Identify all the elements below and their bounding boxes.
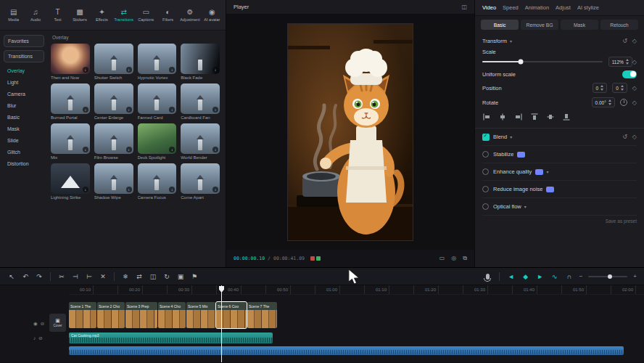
add-keyframe-icon[interactable]: ◆ — [521, 272, 530, 281]
transition-thumbnail[interactable] — [181, 44, 220, 74]
transition-thumbnail[interactable] — [138, 83, 177, 114]
keyframe-icon[interactable]: ◇ — [632, 85, 637, 91]
transition-card[interactable]: Then and Now — [51, 44, 90, 80]
reset-icon[interactable]: ↺ — [622, 134, 627, 140]
music-track-clip[interactable] — [69, 346, 624, 355]
transition-thumbnail[interactable] — [138, 163, 177, 194]
download-icon[interactable] — [212, 67, 218, 73]
freeze-frame-icon[interactable]: ❄ — [121, 272, 130, 281]
transition-card[interactable]: Center Enlarge — [94, 83, 133, 120]
stepper-arrows-icon[interactable] — [621, 85, 624, 91]
clip-filmstrip[interactable] — [69, 310, 96, 328]
sidebar-item-overlay[interactable]: Overlay — [4, 65, 44, 76]
voiceover-mic-icon[interactable] — [486, 274, 490, 280]
download-icon[interactable] — [126, 147, 132, 152]
reduce-noise-toggle-icon[interactable] — [482, 186, 489, 192]
blend-checkbox[interactable] — [482, 134, 490, 141]
transition-card[interactable]: Come Apart — [181, 163, 220, 200]
crop-icon[interactable]: ▣ — [176, 272, 185, 281]
transition-thumbnail[interactable] — [51, 163, 90, 194]
video-preview[interactable] — [288, 24, 413, 240]
track-lock-icon[interactable]: ⊘ — [38, 335, 42, 341]
undo-icon[interactable]: ↶ — [21, 272, 30, 281]
optical-flow-row[interactable]: Optical flow ▾ — [482, 198, 637, 216]
transition-thumbnail[interactable] — [94, 44, 133, 74]
slider-knob[interactable] — [519, 60, 524, 65]
transition-card[interactable]: World Bender — [181, 123, 220, 160]
cover-button[interactable]: ▣ Cover — [49, 314, 66, 332]
keyframe-icon[interactable]: ◇ — [632, 134, 637, 140]
snap-magnet-icon[interactable]: ∩ — [565, 272, 574, 281]
align-right-icon[interactable] — [514, 113, 523, 121]
chevron-down-icon[interactable]: ▾ — [524, 204, 527, 209]
transition-card[interactable]: Cardboard Fan — [181, 83, 220, 120]
download-icon[interactable] — [83, 187, 88, 192]
reduce-noise-row[interactable]: Reduce image noise — [482, 181, 637, 198]
timeline-ruler[interactable]: 00:10 00:20 00:30 00:40 00:50 01:00 01:1… — [69, 285, 644, 295]
download-icon[interactable] — [212, 107, 218, 113]
split-icon[interactable]: ✂ — [57, 272, 66, 281]
rotate-clip-icon[interactable]: ↻ — [162, 272, 171, 281]
download-icon[interactable] — [126, 67, 132, 73]
toolbar-text[interactable]: TText — [47, 9, 68, 22]
player-stage[interactable] — [226, 15, 474, 250]
sidebar-item-distortion[interactable]: Distortion — [4, 158, 44, 169]
delete-left-icon[interactable]: ⊣ — [71, 272, 80, 281]
panel-layout-icon[interactable]: ◫ — [461, 4, 467, 10]
toolbar-filters[interactable]: ◐Filters — [157, 9, 178, 22]
tab-speed[interactable]: Speed — [503, 4, 519, 11]
aspect-ratio-icon[interactable]: ▭ — [439, 255, 445, 262]
enhance-quality-toggle-icon[interactable] — [482, 168, 489, 175]
position-y-stepper[interactable]: 0 — [612, 83, 627, 93]
sidebar-item-favorites[interactable]: Favorites — [4, 35, 44, 47]
position-x-stepper[interactable]: 0 — [593, 83, 608, 93]
download-icon[interactable] — [169, 187, 175, 192]
align-top-icon[interactable] — [530, 113, 539, 121]
transition-thumbnail[interactable] — [181, 83, 220, 114]
transition-thumbnail[interactable] — [138, 123, 177, 154]
clip-filmstrip[interactable] — [186, 310, 215, 328]
toolbar-adjustment[interactable]: ⚙Adjustment — [179, 9, 200, 22]
timeline-clip[interactable]: Scene 5 Mix — [186, 302, 215, 328]
stabilize-row[interactable]: Stabilize — [482, 146, 637, 163]
tab-animation[interactable]: Animation — [525, 4, 549, 11]
clip-filmstrip[interactable] — [97, 310, 125, 328]
stabilize-toggle-icon[interactable] — [482, 151, 489, 158]
fullscreen-icon[interactable]: ⧉ — [463, 255, 467, 262]
delete-icon[interactable]: ✕ — [99, 272, 107, 281]
rotate-dial-icon[interactable] — [620, 99, 627, 106]
scale-slider[interactable] — [482, 61, 603, 62]
tab-ai-stylize[interactable]: AI stylize — [577, 4, 599, 11]
download-icon[interactable] — [126, 107, 132, 113]
download-icon[interactable] — [169, 147, 175, 152]
clip-filmstrip[interactable] — [158, 310, 186, 328]
timeline-clip[interactable]: Scene 4 Cho — [158, 302, 186, 328]
transition-card[interactable]: Film Browse — [94, 123, 133, 160]
red-chip-icon[interactable] — [310, 256, 315, 261]
toolbar-stickers[interactable]: ▩Stickers — [69, 9, 90, 22]
download-icon[interactable] — [169, 107, 175, 113]
previous-keyframe-icon[interactable]: ◄ — [507, 272, 516, 281]
track-visibility-icon[interactable]: ◉ — [33, 321, 38, 327]
subtab-basic[interactable]: Basic — [481, 20, 519, 30]
transition-thumbnail[interactable] — [181, 163, 220, 194]
scale-value-stepper[interactable]: 112% — [608, 57, 632, 67]
sidebar-item-glitch[interactable]: Glitch — [4, 147, 44, 158]
align-bottom-icon[interactable] — [562, 113, 571, 121]
transition-thumbnail[interactable] — [51, 83, 90, 114]
align-middle-vertical-icon[interactable] — [546, 113, 555, 121]
timeline-zoom-slider[interactable] — [588, 276, 627, 277]
blend-row[interactable]: Blend ▾ ↺◇ — [482, 129, 637, 146]
save-preset-button[interactable]: Save as preset — [482, 219, 637, 224]
transition-card[interactable]: Burned Portal — [51, 83, 90, 120]
marker-icon[interactable]: ⚑ — [190, 272, 199, 281]
transition-card[interactable]: Shutter Switch — [94, 44, 133, 80]
transition-thumbnail[interactable] — [94, 163, 133, 194]
stepper-arrows-icon[interactable] — [626, 59, 629, 65]
subtab-remove-bg[interactable]: Remove BG — [521, 20, 558, 30]
delete-right-icon[interactable]: ⊢ — [85, 272, 94, 281]
reset-icon[interactable]: ↺ — [622, 38, 627, 44]
download-icon[interactable] — [212, 147, 218, 152]
track-lock-icon[interactable]: ⊘ — [41, 321, 44, 327]
align-center-horizontal-icon[interactable] — [498, 113, 507, 121]
